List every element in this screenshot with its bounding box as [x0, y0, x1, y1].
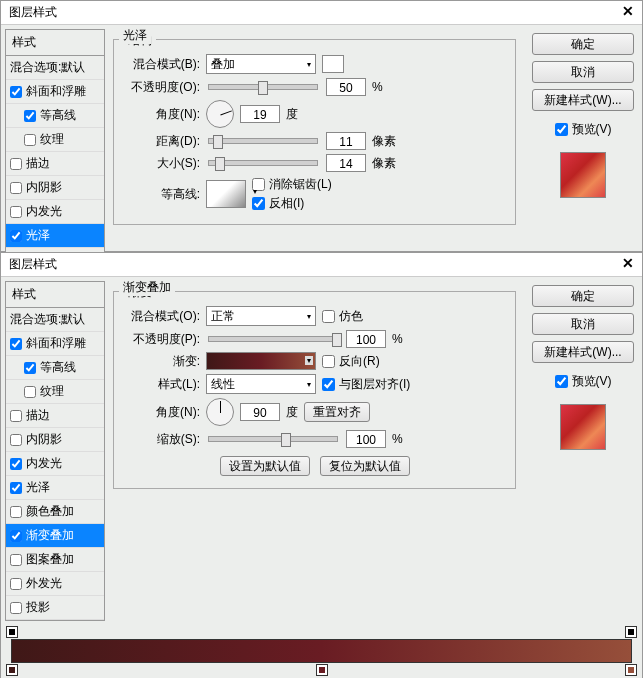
color-swatch[interactable]: [322, 55, 344, 73]
sidebar-item-contour[interactable]: 等高线: [6, 356, 104, 380]
blend-mode-label: 混合模式(B):: [122, 56, 200, 73]
gradient-panel: 渐变叠加 渐变 混合模式(O): 正常▾ 仿色 不透明度(P): 100 % 渐…: [109, 281, 524, 621]
sidebar-item-stroke[interactable]: 描边: [6, 404, 104, 428]
close-icon[interactable]: ✕: [622, 3, 634, 19]
blending-options[interactable]: 混合选项:默认: [6, 56, 104, 80]
new-style-button[interactable]: 新建样式(W)...: [532, 341, 634, 363]
opacity-label: 不透明度(O):: [122, 79, 200, 96]
invert-checkbox[interactable]: 反相(I): [252, 195, 332, 212]
style-combo[interactable]: 线性▾: [206, 374, 316, 394]
sidebar-item-gradientoverlay[interactable]: 渐变叠加: [6, 524, 104, 548]
chevron-down-icon: ▾: [307, 380, 311, 389]
sidebar-item-bevel[interactable]: 斜面和浮雕: [6, 80, 104, 104]
ok-button[interactable]: 确定: [532, 33, 634, 55]
reverse-checkbox[interactable]: 反向(R): [322, 353, 380, 370]
sidebar-item-bevel[interactable]: 斜面和浮雕: [6, 332, 104, 356]
sidebar-item-innerglow[interactable]: 内发光: [6, 200, 104, 224]
titlebar[interactable]: 图层样式 ✕: [1, 1, 642, 25]
sidebar-item-stroke[interactable]: 描边: [6, 152, 104, 176]
color-stop[interactable]: [6, 664, 18, 676]
angle-label: 角度(N):: [122, 404, 200, 421]
opacity-stop[interactable]: [625, 626, 637, 638]
chevron-down-icon[interactable]: ▾: [305, 356, 313, 365]
gradient-picker[interactable]: ▾: [206, 352, 316, 370]
color-stop[interactable]: [625, 664, 637, 676]
gradient-bar[interactable]: [11, 639, 632, 663]
opacity-stop[interactable]: [6, 626, 18, 638]
new-style-button[interactable]: 新建样式(W)...: [532, 89, 634, 111]
reset-align-button[interactable]: 重置对齐: [304, 402, 370, 422]
antialias-checkbox[interactable]: 消除锯齿(L): [252, 176, 332, 193]
chevron-down-icon[interactable]: ▾: [253, 187, 257, 196]
preview-checkbox[interactable]: [555, 375, 568, 388]
styles-sidebar: 样式 混合选项:默认 斜面和浮雕 等高线 纹理 描边 内阴影 内发光 光泽 颜色…: [5, 281, 105, 621]
gradient-editor: #3f1817 #691c23 #964f3a: [1, 639, 642, 678]
right-buttons: 确定 取消 新建样式(W)... 预览(V): [528, 281, 638, 621]
satin-panel: 光泽 结构 混合模式(B): 叠加▾ 不透明度(O): 50 % 角度(N):: [109, 29, 524, 273]
opacity-input[interactable]: 50: [326, 78, 366, 96]
opacity-slider[interactable]: [208, 336, 338, 342]
structure-group: 结构 混合模式(B): 叠加▾ 不透明度(O): 50 % 角度(N): 19 …: [113, 39, 516, 225]
cancel-button[interactable]: 取消: [532, 61, 634, 83]
dialog-title: 图层样式: [9, 257, 57, 271]
sidebar-header[interactable]: 样式: [6, 30, 104, 56]
angle-label: 角度(N):: [122, 106, 200, 123]
contour-label: 等高线:: [122, 186, 200, 203]
sidebar-item-dropshadow[interactable]: 投影: [6, 596, 104, 620]
opacity-input[interactable]: 100: [346, 330, 386, 348]
titlebar[interactable]: 图层样式 ✕: [1, 253, 642, 277]
preview-thumbnail: [560, 152, 606, 198]
ok-button[interactable]: 确定: [532, 285, 634, 307]
align-checkbox[interactable]: 与图层对齐(I): [322, 376, 410, 393]
sidebar-item-outerglow[interactable]: 外发光: [6, 572, 104, 596]
gradient-label: 渐变:: [122, 353, 200, 370]
layer-style-dialog-gradient: 图层样式 ✕ 样式 混合选项:默认 斜面和浮雕 等高线 纹理 描边 内阴影 内发…: [0, 252, 643, 678]
dither-checkbox[interactable]: 仿色: [322, 308, 363, 325]
reset-default-button[interactable]: 复位为默认值: [320, 456, 410, 476]
chevron-down-icon: ▾: [307, 312, 311, 321]
sidebar-item-satin[interactable]: 光泽: [6, 476, 104, 500]
contour-picker[interactable]: ▾: [206, 180, 246, 208]
blend-mode-combo[interactable]: 正常▾: [206, 306, 316, 326]
size-slider[interactable]: [208, 160, 318, 166]
angle-input[interactable]: 19: [240, 105, 280, 123]
sidebar-header[interactable]: 样式: [6, 282, 104, 308]
cancel-button[interactable]: 取消: [532, 313, 634, 335]
sidebar-item-patternoverlay[interactable]: 图案叠加: [6, 548, 104, 572]
scale-label: 缩放(S):: [122, 431, 200, 448]
gradient-group: 渐变 混合模式(O): 正常▾ 仿色 不透明度(P): 100 % 渐变: ▾ …: [113, 291, 516, 489]
sidebar-item-coloroverlay[interactable]: 颜色叠加: [6, 500, 104, 524]
sidebar-item-innershadow[interactable]: 内阴影: [6, 428, 104, 452]
close-icon[interactable]: ✕: [622, 255, 634, 271]
scale-slider[interactable]: [208, 436, 338, 442]
size-input[interactable]: 14: [326, 154, 366, 172]
sidebar-item-satin[interactable]: 光泽: [6, 224, 104, 248]
sidebar-item-texture[interactable]: 纹理: [6, 128, 104, 152]
angle-input[interactable]: 90: [240, 403, 280, 421]
sidebar-item-texture[interactable]: 纹理: [6, 380, 104, 404]
panel-title: 光泽: [119, 27, 151, 44]
style-label: 样式(L):: [122, 376, 200, 393]
chevron-down-icon: ▾: [307, 60, 311, 69]
distance-slider[interactable]: [208, 138, 318, 144]
layer-style-dialog-satin: 图层样式 ✕ 样式 混合选项:默认 斜面和浮雕 等高线 纹理 描边 内阴影 内发…: [0, 0, 643, 252]
angle-dial[interactable]: [206, 398, 234, 426]
opacity-slider[interactable]: [208, 84, 318, 90]
blend-mode-label: 混合模式(O):: [122, 308, 200, 325]
right-buttons: 确定 取消 新建样式(W)... 预览(V): [528, 29, 638, 273]
angle-dial[interactable]: [206, 100, 234, 128]
sidebar-item-contour[interactable]: 等高线: [6, 104, 104, 128]
dialog-title: 图层样式: [9, 5, 57, 19]
blend-mode-combo[interactable]: 叠加▾: [206, 54, 316, 74]
color-stop[interactable]: [316, 664, 328, 676]
preview-thumbnail: [560, 404, 606, 450]
scale-input[interactable]: 100: [346, 430, 386, 448]
size-label: 大小(S):: [122, 155, 200, 172]
preview-checkbox[interactable]: [555, 123, 568, 136]
sidebar-item-innershadow[interactable]: 内阴影: [6, 176, 104, 200]
sidebar-item-innerglow[interactable]: 内发光: [6, 452, 104, 476]
make-default-button[interactable]: 设置为默认值: [220, 456, 310, 476]
blending-options[interactable]: 混合选项:默认: [6, 308, 104, 332]
panel-title: 渐变叠加: [119, 279, 175, 296]
distance-input[interactable]: 11: [326, 132, 366, 150]
